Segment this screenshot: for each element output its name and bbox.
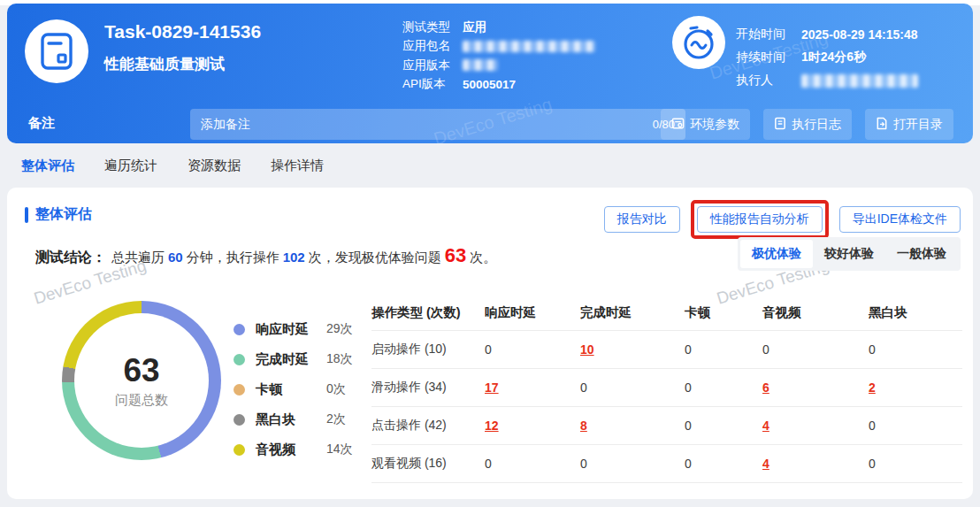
conclusion-seg4: 次。	[470, 250, 496, 266]
exec-log-button[interactable]: 执行日志	[763, 109, 852, 140]
test-type-value: 应用	[463, 19, 486, 35]
version-label: 应用版本	[402, 58, 463, 73]
duration-value: 1时24分6秒	[801, 50, 866, 65]
legend-item-4: 音视频14次	[234, 441, 353, 458]
issue-count-link[interactable]: 8	[580, 419, 685, 433]
conclusion-issues: 63	[445, 244, 466, 267]
package-label: 应用包名	[402, 38, 463, 54]
value-cell: 0	[580, 380, 685, 395]
value-cell: 0	[580, 457, 685, 471]
env-params-button[interactable]: 环境参数	[661, 109, 750, 140]
segment-0[interactable]: 极优体验	[740, 240, 813, 268]
row-name-cell: 启动操作 (10)	[371, 342, 485, 357]
segment-2[interactable]: 一般体验	[885, 240, 958, 268]
tab-2[interactable]: 资源数据	[188, 157, 241, 174]
value-cell: 0	[485, 342, 580, 357]
tab-0[interactable]: 整体评估	[21, 157, 74, 174]
issue-count-link[interactable]: 4	[762, 457, 869, 471]
exec-log-label: 执行日志	[792, 117, 841, 133]
issues-donut-chart: 63 问题总数	[62, 301, 221, 460]
executor-value-redacted	[801, 74, 918, 88]
overall-evaluation-card: DevEco Testing DevEco Testing 整体评估 报告对比 …	[7, 188, 973, 499]
stopwatch-icon	[672, 16, 725, 69]
table-header-cell: 黑白块	[869, 304, 962, 321]
table-row-0: 启动操作 (10)010000	[371, 331, 962, 369]
legend-item-2: 卡顿0次	[234, 380, 353, 398]
exec-log-icon	[774, 117, 786, 133]
open-dir-button[interactable]: 打开目录	[865, 109, 953, 140]
api-label: API版本	[402, 76, 463, 92]
legend-item-0: 响应时延29次	[234, 320, 353, 338]
table-header-cell: 操作类型 (次数)	[371, 304, 485, 321]
section-title-text: 整体评估	[35, 205, 92, 224]
legend-count: 29次	[326, 321, 353, 337]
legend-count: 0次	[326, 381, 346, 397]
time-info-block: 开始时间2025-08-29 14:15:48 持续时间1时24分6秒 执行人	[736, 23, 918, 92]
api-value: 50005017	[463, 78, 516, 91]
test-type-label: 测试类型	[402, 19, 463, 35]
legend-label: 完成时延	[256, 351, 326, 368]
issue-count-link[interactable]: 10	[580, 342, 685, 357]
remark-placeholder: 添加备注	[201, 117, 653, 133]
issues-table: 操作类型 (次数)响应时延完成时延卡顿音视频黑白块启动操作 (10)010000…	[371, 296, 962, 483]
main-tabs: 整体评估遍历统计资源数据操作详情	[7, 143, 973, 188]
executor-label: 执行人	[736, 73, 801, 88]
value-cell: 0	[762, 342, 869, 357]
value-cell: 0	[685, 342, 762, 357]
value-cell: 0	[685, 419, 762, 433]
legend-dot	[234, 384, 245, 396]
legend-count: 2次	[326, 411, 346, 427]
table-header-cell: 卡顿	[685, 304, 762, 321]
donut-caption: 问题总数	[115, 392, 168, 409]
duration-label: 持续时间	[736, 50, 801, 65]
version-value-redacted	[463, 59, 498, 71]
export-ide-button[interactable]: 导出IDE体检文件	[839, 206, 961, 233]
value-cell: 0	[869, 419, 962, 433]
issue-count-link[interactable]: 4	[762, 419, 869, 433]
start-time-value: 2025-08-29 14:15:48	[801, 27, 918, 42]
table-row-1: 滑动操作 (34)170062	[371, 369, 962, 407]
donut-legend: 响应时延29次完成时延18次卡顿0次黑白块2次音视频14次	[234, 320, 353, 458]
value-cell: 0	[869, 457, 962, 471]
donut-center: 63 问题总数	[74, 313, 209, 448]
tab-3[interactable]: 操作详情	[271, 157, 324, 174]
value-cell: 0	[685, 457, 762, 471]
table-row-3: 观看视频 (16)00040	[371, 445, 962, 483]
conclusion-minutes: 60	[168, 250, 183, 265]
table-header-cell: 音视频	[762, 304, 869, 321]
env-params-label: 环境参数	[690, 117, 739, 133]
issue-count-link[interactable]: 17	[485, 380, 580, 395]
section-title: 整体评估	[25, 205, 92, 224]
legend-label: 黑白块	[256, 411, 326, 428]
legend-label: 卡顿	[256, 381, 326, 398]
segment-1[interactable]: 较好体验	[813, 240, 885, 268]
legend-dot	[234, 324, 245, 335]
app-info-block: 测试类型应用 应用包名 应用版本 API版本50005017	[402, 18, 595, 94]
table-header-cell: 完成时延	[580, 304, 685, 321]
report-action-buttons: 报告对比 性能报告自动分析 导出IDE体检文件	[604, 200, 961, 239]
open-dir-label: 打开目录	[893, 117, 943, 133]
issue-count-link[interactable]: 12	[485, 419, 580, 433]
auto-analysis-button[interactable]: 性能报告自动分析	[697, 206, 823, 233]
red-annotation-box: 性能报告自动分析	[691, 200, 829, 239]
issue-count-link[interactable]: 6	[762, 380, 869, 395]
section-title-bar	[25, 207, 28, 223]
row-name-cell: 滑动操作 (34)	[371, 380, 485, 396]
table-header-row: 操作类型 (次数)响应时延完成时延卡顿音视频黑白块	[371, 296, 962, 331]
remark-input[interactable]: 添加备注 0/80	[190, 109, 685, 140]
report-compare-button[interactable]: 报告对比	[604, 206, 680, 233]
issue-count-link[interactable]: 2	[869, 380, 962, 395]
conclusion-ops: 102	[283, 250, 305, 265]
row-name-cell: 观看视频 (16)	[371, 456, 485, 472]
table-row-2: 点击操作 (42)128040	[371, 407, 962, 445]
task-header-card: DevEco Testing DevEco Testing Task-0829-…	[7, 4, 973, 143]
task-id: Task-0829-141536	[104, 21, 261, 42]
legend-item-3: 黑白块2次	[234, 411, 353, 428]
legend-item-1: 完成时延18次	[234, 350, 353, 368]
conclusion-label: 测试结论：	[35, 249, 106, 267]
package-value-redacted	[463, 41, 595, 52]
conclusion-seg1: 总共遍历	[111, 250, 165, 266]
legend-label: 音视频	[256, 442, 326, 458]
tab-1[interactable]: 遍历统计	[104, 157, 157, 174]
conclusion-seg2: 分钟，执行操作	[187, 250, 279, 266]
